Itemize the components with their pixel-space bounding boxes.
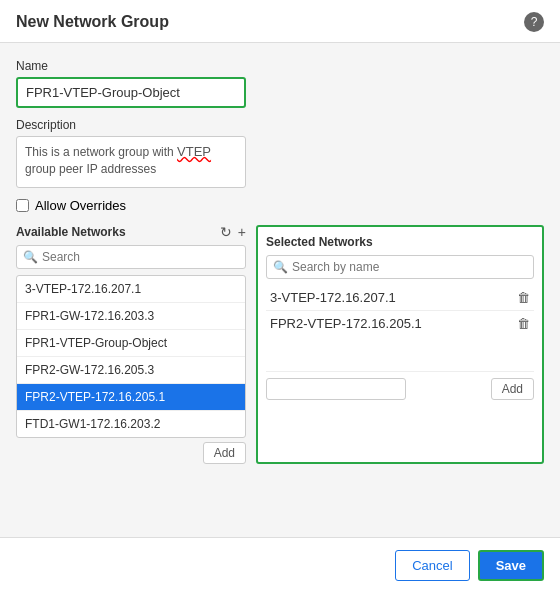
- available-networks-icons: ↻ +: [220, 225, 246, 239]
- selected-search-icon: 🔍: [273, 260, 288, 274]
- allow-overrides-label: Allow Overrides: [35, 198, 126, 213]
- description-label: Description: [16, 118, 544, 132]
- selected-add-row: Add: [266, 371, 534, 400]
- dialog-title: New Network Group: [16, 13, 169, 31]
- allow-overrides-checkbox[interactable]: [16, 199, 29, 212]
- cancel-button[interactable]: Cancel: [395, 550, 469, 581]
- list-item-selected[interactable]: FPR2-VTEP-172.16.205.1: [17, 384, 245, 411]
- allow-overrides-row: Allow Overrides: [16, 198, 544, 213]
- network-panels: Available Networks ↻ + 🔍 3-VTEP-172.16.2…: [16, 225, 544, 464]
- selected-networks-header: Selected Networks: [266, 235, 534, 249]
- available-search-input[interactable]: [42, 250, 239, 264]
- selected-networks-panel: Selected Networks 🔍 3-VTEP-172.16.207.1 …: [256, 225, 544, 464]
- name-input-box[interactable]: [16, 77, 246, 108]
- selected-add-button[interactable]: Add: [491, 378, 534, 400]
- selected-item-name: FPR2-VTEP-172.16.205.1: [270, 316, 422, 331]
- name-input[interactable]: [26, 85, 236, 100]
- delete-selected-icon[interactable]: 🗑: [517, 316, 530, 331]
- dialog-footer: Cancel Save: [0, 537, 560, 593]
- name-label: Name: [16, 59, 544, 73]
- delete-selected-icon[interactable]: 🗑: [517, 290, 530, 305]
- available-networks-panel: Available Networks ↻ + 🔍 3-VTEP-172.16.2…: [16, 225, 246, 464]
- new-network-group-dialog: New Network Group ? Name Description Thi…: [0, 0, 560, 593]
- selected-networks-list: 3-VTEP-172.16.207.1 🗑 FPR2-VTEP-172.16.2…: [266, 285, 534, 365]
- list-item[interactable]: FPR1-GW-172.16.203.3: [17, 303, 245, 330]
- description-box: This is a network group with VTEP group …: [16, 136, 246, 188]
- available-search-box[interactable]: 🔍: [16, 245, 246, 269]
- selected-search-box[interactable]: 🔍: [266, 255, 534, 279]
- selected-search-input[interactable]: [292, 260, 527, 274]
- dialog-body: Name Description This is a network group…: [0, 43, 560, 537]
- selected-list-item: 3-VTEP-172.16.207.1 🗑: [266, 285, 534, 311]
- add-network-icon[interactable]: +: [238, 225, 246, 239]
- refresh-icon[interactable]: ↻: [220, 225, 232, 239]
- selected-list-item: FPR2-VTEP-172.16.205.1 🗑: [266, 311, 534, 336]
- list-item[interactable]: 3-VTEP-172.16.207.1: [17, 276, 245, 303]
- list-item[interactable]: FTD1-GW1-172.16.203.2: [17, 411, 245, 437]
- dialog-header: New Network Group ?: [0, 0, 560, 43]
- available-networks-header: Available Networks ↻ +: [16, 225, 246, 239]
- description-field-group: Description This is a network group with…: [16, 118, 544, 188]
- save-button[interactable]: Save: [478, 550, 544, 581]
- help-icon[interactable]: ?: [524, 12, 544, 32]
- name-field-group: Name: [16, 59, 544, 108]
- selected-add-input[interactable]: [266, 378, 406, 400]
- list-item[interactable]: FPR1-VTEP-Group-Object: [17, 330, 245, 357]
- available-networks-label: Available Networks: [16, 225, 126, 239]
- list-item[interactable]: FPR2-GW-172.16.205.3: [17, 357, 245, 384]
- selected-item-name: 3-VTEP-172.16.207.1: [270, 290, 396, 305]
- vtep-text: VTEP: [177, 144, 211, 159]
- available-add-button[interactable]: Add: [203, 442, 246, 464]
- available-search-icon: 🔍: [23, 250, 38, 264]
- available-add-row: Add: [16, 442, 246, 464]
- selected-networks-label: Selected Networks: [266, 235, 373, 249]
- available-network-list: 3-VTEP-172.16.207.1 FPR1-GW-172.16.203.3…: [16, 275, 246, 438]
